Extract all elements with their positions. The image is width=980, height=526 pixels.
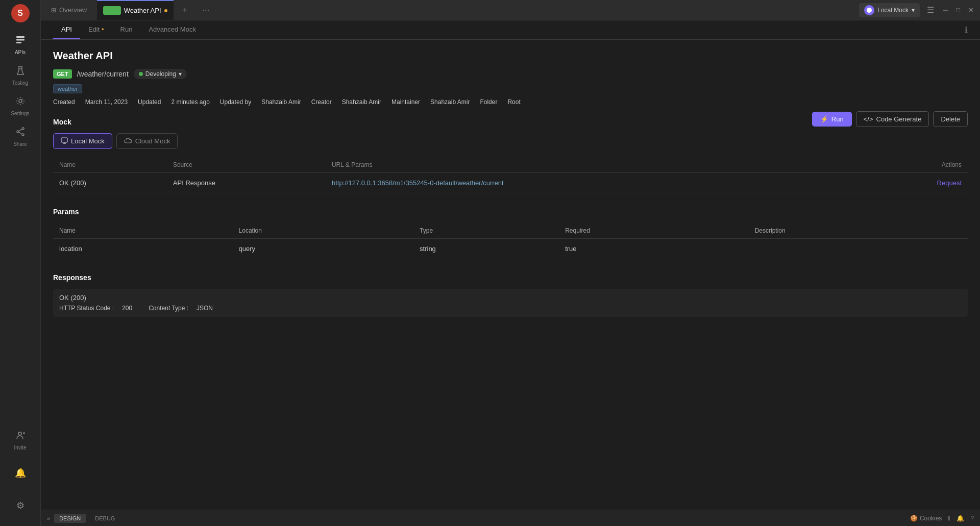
api-tab-run[interactable]: Run [112, 20, 141, 39]
api-tab-advanced-mock[interactable]: Advanced Mock [140, 20, 204, 39]
svg-point-6 [22, 134, 24, 136]
params-col-type: Type [413, 223, 559, 239]
close-btn[interactable]: ✕ [966, 6, 976, 14]
sidebar-item-settings-label: Settings [11, 111, 29, 116]
bottom-bar: » DESIGN DEBUG 🍪 Cookies ℹ 🔔 ? [41, 510, 980, 526]
mock-col-source: Source [167, 157, 326, 173]
apis-icon [15, 35, 26, 47]
bottom-tab-design[interactable]: DESIGN [54, 514, 86, 523]
mock-col-name: Name [53, 157, 167, 173]
minimize-btn[interactable]: ─ [941, 6, 950, 14]
page-title: Weather API [53, 50, 968, 62]
api-tabs: API Edit • Run Advanced Mock ℹ [41, 20, 980, 40]
bottom-right: 🍪 Cookies ℹ 🔔 ? [910, 515, 974, 522]
maximize-btn[interactable]: □ [954, 6, 962, 14]
creator-value: Shahzaib Amir [342, 98, 381, 106]
sidebar-item-share[interactable]: Share [5, 122, 36, 151]
api-tab-edit[interactable]: Edit • [80, 20, 112, 39]
tab-more[interactable]: ··· [197, 0, 215, 20]
api-tab-api[interactable]: API [53, 20, 80, 39]
edit-dot: • [102, 26, 104, 33]
delete-label: Delete [941, 115, 960, 123]
mock-row-name: OK (200) [53, 173, 167, 193]
code-label: Code Generate [876, 115, 922, 123]
local-mock-tab[interactable]: Local Mock [53, 133, 112, 149]
updated-by-label: Updated by [220, 98, 251, 106]
url-bar: GET /weather/current Developing ▾ [53, 69, 968, 79]
env-selector[interactable]: Local Mock ▾ [859, 3, 920, 17]
mock-col-url: URL & Params [326, 157, 861, 173]
delete-button[interactable]: Delete [933, 111, 968, 127]
settings-icon [15, 96, 26, 109]
sidebar-item-apis-label: APIs [15, 49, 26, 55]
method-badge: GET [103, 6, 121, 15]
overview-label: Overview [59, 6, 87, 14]
avatar[interactable]: S [11, 4, 30, 22]
status-badge[interactable]: Developing ▾ [134, 69, 187, 79]
created-label: Created [53, 98, 75, 106]
updated-by-value: Shahzaib Amir [261, 98, 301, 106]
code-generate-button[interactable]: </> Code Generate [856, 111, 929, 127]
sidebar-item-invite[interactable]: Invite [5, 426, 36, 455]
tab-add[interactable]: + [178, 0, 192, 20]
content-type-label: Content Type : [149, 305, 188, 312]
sidebar-item-settings[interactable]: Settings [5, 92, 36, 120]
params-table-row: location query string true [53, 239, 968, 259]
bottom-help-icon[interactable]: ? [970, 515, 974, 522]
folder-value: Root [507, 98, 520, 106]
response-item: OK (200) HTTP Status Code : 200 Content … [53, 289, 968, 317]
env-chevron-icon: ▾ [912, 7, 915, 14]
http-status-label: HTTP Status Code : [59, 305, 114, 312]
cookies-button[interactable]: 🍪 Cookies [910, 515, 942, 522]
meta-info: Created March 11, 2023 Updated 2 minutes… [53, 98, 968, 106]
maintainer-value: Shahzaib Amir [430, 98, 470, 106]
api-tab-edit-label: Edit [88, 26, 100, 33]
env-indicator [864, 5, 874, 15]
sidebar-item-share-label: Share [13, 141, 27, 147]
hamburger-icon[interactable]: ☰ [924, 5, 937, 15]
run-icon: ⚡ [820, 115, 828, 123]
expand-button[interactable]: » [47, 515, 50, 521]
mock-row-action[interactable]: Request [861, 173, 968, 193]
tab-weather-api[interactable]: GET Weather API [97, 0, 173, 20]
expand-icon: » [47, 515, 50, 521]
sidebar-item-apis[interactable]: APIs [5, 31, 36, 59]
sidebar-item-testing[interactable]: Testing [5, 61, 36, 90]
title-bar-actions: Local Mock ▾ ☰ ─ □ ✕ [859, 3, 976, 17]
svg-point-7 [17, 131, 19, 133]
mock-col-actions: Actions [861, 157, 968, 173]
sidebar-item-bell[interactable]: 🔔 [5, 459, 36, 487]
gear-icon: ⚙ [16, 500, 24, 511]
sidebar-item-gear[interactable]: ⚙ [5, 491, 36, 520]
run-button[interactable]: ⚡ Run [812, 112, 852, 127]
mock-table: Name Source URL & Params Actions OK (200… [53, 157, 968, 193]
api-tab-run-label: Run [120, 26, 133, 33]
status-chevron-icon: ▾ [179, 70, 182, 78]
created-value: March 11, 2023 [85, 98, 128, 106]
status-dot [139, 72, 143, 76]
get-badge: GET [53, 69, 72, 79]
tab-weather-api-label: Weather API [124, 7, 161, 14]
env-label: Local Mock [877, 7, 909, 14]
response-title: OK (200) [59, 294, 962, 302]
api-tab-advanced-mock-label: Advanced Mock [149, 26, 196, 33]
tab-overview[interactable]: ⊞ Overview [45, 0, 93, 20]
cookies-label: Cookies [920, 515, 942, 522]
params-col-name: Name [53, 223, 233, 239]
invite-icon [15, 430, 26, 443]
cookies-icon: 🍪 [910, 515, 918, 522]
sidebar: S APIs Testing Settings [0, 0, 41, 526]
bottom-bell-icon[interactable]: 🔔 [957, 515, 964, 522]
svg-point-4 [19, 99, 22, 103]
cloud-mock-tab[interactable]: Cloud Mock [116, 133, 178, 149]
bottom-info-icon[interactable]: ℹ [948, 515, 950, 522]
action-buttons: ⚡ Run </> Code Generate Delete [812, 111, 968, 127]
svg-rect-1 [16, 39, 24, 41]
svg-point-5 [22, 128, 24, 130]
bottom-tab-debug[interactable]: DEBUG [90, 514, 120, 523]
local-mock-label: Local Mock [71, 137, 105, 145]
bell-icon: 🔔 [15, 467, 26, 479]
main-area: ⊞ Overview GET Weather API + ··· Local M… [41, 0, 980, 526]
weather-tag[interactable]: weather [53, 84, 82, 93]
content-area: ⚡ Run </> Code Generate Delete Weather A… [41, 50, 980, 510]
